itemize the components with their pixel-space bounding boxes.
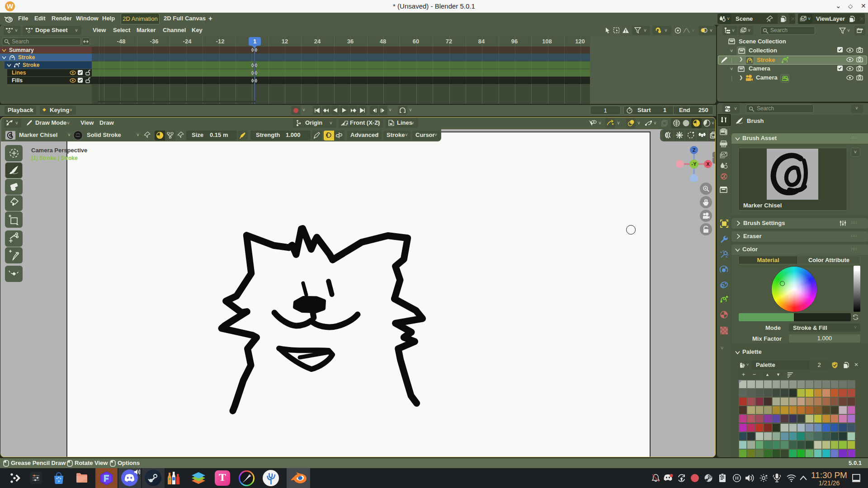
svg-text:+: +: [720, 251, 722, 254]
svg-text:-Y: -Y: [692, 161, 697, 167]
svg-text:+: +: [722, 250, 724, 253]
svg-text:+: +: [727, 253, 728, 257]
svg-text:X: X: [706, 161, 710, 167]
svg-text:Z: Z: [693, 147, 696, 153]
